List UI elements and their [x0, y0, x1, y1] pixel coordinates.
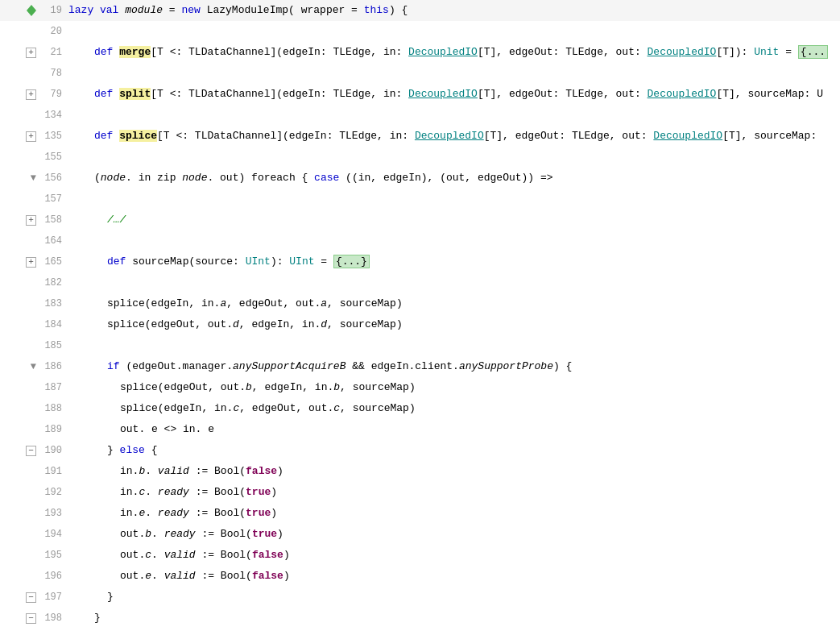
table-row: −198}: [0, 608, 840, 627]
table-row: 134: [0, 105, 840, 126]
table-row: 164: [0, 230, 840, 251]
fold-plus-icon[interactable]: +: [26, 89, 36, 100]
table-row: 157: [0, 189, 840, 210]
table-row: 20: [0, 21, 840, 42]
breakpoint-icon[interactable]: [27, 5, 36, 16]
table-row: ▼156(node. in zip node. out) foreach { c…: [0, 168, 840, 189]
table-row: 184splice(edgeOut, out.d, edgeIn, in.d, …: [0, 314, 840, 335]
fold-minus-icon[interactable]: −: [26, 446, 36, 456]
table-row: +135def splice[T <: TLDataChannel](edgeI…: [0, 126, 840, 147]
table-row: 185: [0, 335, 840, 356]
arrow-down-icon: ▼: [31, 361, 36, 372]
fold-plus-icon[interactable]: +: [26, 48, 36, 58]
table-row: 189out. e <> in. e: [0, 419, 840, 440]
table-row: 195out.c. valid := Bool(false): [0, 545, 840, 566]
table-row: 191in.b. valid := Bool(false): [0, 461, 840, 482]
fold-plus-icon[interactable]: +: [26, 257, 36, 268]
fold-plus-icon[interactable]: +: [26, 131, 36, 142]
code-editor: 19lazy val module = new LazyModuleImp( w…: [0, 0, 840, 627]
table-row: 182: [0, 272, 840, 293]
table-row: 193in.e. ready := Bool(true): [0, 503, 840, 524]
arrow-down-icon: ▼: [31, 172, 36, 184]
fold-minus-icon[interactable]: −: [26, 592, 36, 603]
fold-minus-icon[interactable]: −: [26, 613, 36, 624]
table-row: 183splice(edgeIn, in.a, edgeOut, out.a, …: [0, 293, 840, 314]
table-row: 188splice(edgeIn, in.c, edgeOut, out.c, …: [0, 398, 840, 419]
table-row: 196out.e. valid := Bool(false): [0, 566, 840, 587]
table-row: −197}: [0, 587, 840, 608]
table-row: 194out.b. ready := Bool(true): [0, 524, 840, 545]
table-row: 19lazy val module = new LazyModuleImp( w…: [0, 0, 840, 21]
table-row: +158/…/: [0, 210, 840, 230]
table-row: 78: [0, 63, 840, 84]
table-row: +165def sourceMap(source: UInt): UInt = …: [0, 251, 840, 272]
fold-plus-icon[interactable]: +: [26, 215, 36, 226]
table-row: −190} else {: [0, 440, 840, 461]
table-row: ▼186if (edgeOut.manager.anySupportAcquir…: [0, 356, 840, 377]
table-row: 155: [0, 147, 840, 168]
table-row: +79def split[T <: TLDataChannel](edgeIn:…: [0, 84, 840, 105]
table-row: +21def merge[T <: TLDataChannel](edgeIn:…: [0, 42, 840, 63]
table-row: 192in.c. ready := Bool(true): [0, 482, 840, 503]
table-row: 187splice(edgeOut, out.b, edgeIn, in.b, …: [0, 377, 840, 398]
